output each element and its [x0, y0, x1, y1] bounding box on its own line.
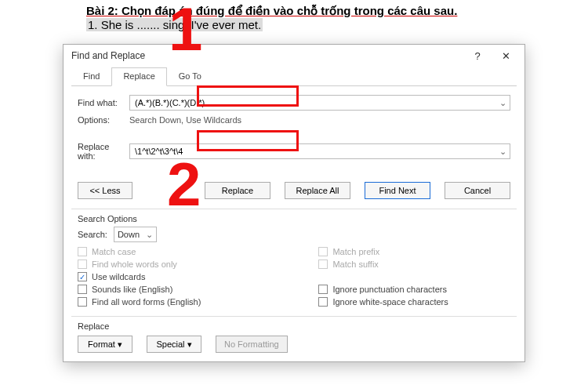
special-button[interactable]: Special ▾	[147, 336, 201, 353]
title-bar: Find and Replace ? ✕	[64, 45, 524, 67]
doc-line1a: 1. She is ....... sing	[86, 18, 186, 31]
find-what-dropdown[interactable]: ⌄	[495, 96, 510, 110]
find-next-button[interactable]: Find Next	[365, 182, 430, 199]
options-label: Options:	[78, 115, 129, 125]
check-ignore-space[interactable]: Ignore white-space characters	[318, 297, 448, 307]
tab-find[interactable]: Find	[71, 67, 111, 86]
find-what-label: Find what:	[78, 98, 129, 107]
tab-strip: Find Replace Go To	[71, 67, 517, 86]
check-match-suffix: Match suffix	[318, 260, 448, 269]
check-match-prefix: Match prefix	[318, 247, 448, 256]
cancel-button[interactable]: Cancel	[445, 182, 510, 199]
chevron-down-icon: ⌄	[146, 230, 153, 240]
no-formatting-button: No Formatting	[216, 336, 288, 353]
doc-heading: Bài 2: Chọn đáp án đúng để điền vào chỗ …	[86, 4, 502, 18]
tab-replace[interactable]: Replace	[111, 67, 166, 86]
check-whole-words: Find whole words only	[78, 260, 201, 269]
options-value: Search Down, Use Wildcards	[129, 115, 241, 125]
format-button[interactable]: Format ▾	[78, 336, 132, 353]
tab-goto[interactable]: Go To	[167, 67, 213, 86]
replace-button[interactable]: Replace	[205, 182, 270, 199]
replace-with-combo[interactable]: ⌄	[129, 143, 510, 159]
replace-with-label: Replace with:	[78, 142, 129, 161]
replace-with-dropdown[interactable]: ⌄	[495, 144, 510, 158]
check-sounds-like[interactable]: Sounds like (English)	[78, 285, 201, 294]
search-direction-select[interactable]: Down ⌄	[114, 227, 157, 242]
find-what-combo[interactable]: ⌄	[129, 95, 510, 111]
search-label: Search:	[78, 230, 107, 239]
search-options-title: Search Options	[78, 214, 510, 223]
replace-all-button[interactable]: Replace All	[285, 182, 350, 199]
doc-line1b: I've ever met.	[186, 18, 263, 31]
check-use-wildcards[interactable]: ✓Use wildcards	[78, 272, 201, 281]
check-ignore-punct[interactable]: Ignore punctuation characters	[318, 285, 448, 294]
dialog-title: Find and Replace	[71, 50, 463, 61]
search-direction-value: Down	[118, 230, 140, 239]
less-button[interactable]: << Less	[78, 182, 132, 199]
find-replace-dialog: Find and Replace ? ✕ Find Replace Go To …	[63, 44, 525, 362]
find-what-input[interactable]	[130, 96, 495, 110]
check-match-case: Match case	[78, 247, 201, 256]
replace-with-input[interactable]	[130, 144, 495, 158]
help-button[interactable]: ?	[463, 50, 492, 62]
document-background: Bài 2: Chọn đáp án đúng để điền vào chỗ …	[0, 0, 588, 35]
close-button[interactable]: ✕	[492, 50, 520, 62]
check-word-forms[interactable]: Find all word forms (English)	[78, 297, 201, 307]
replace-section-title: Replace	[78, 321, 510, 331]
